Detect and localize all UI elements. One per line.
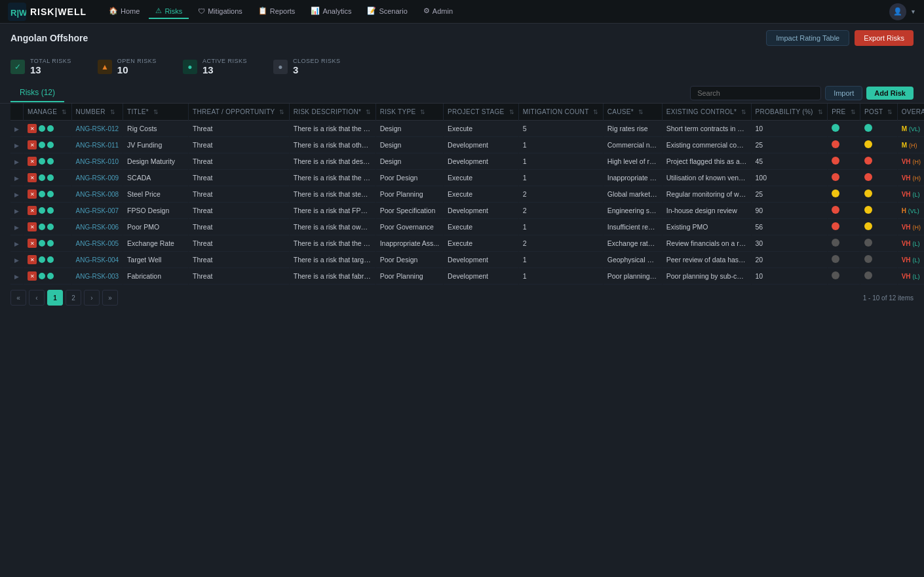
table-row[interactable]: ▶ ✕ ANG-RSK-010 Design Maturity Threat T… bbox=[10, 153, 924, 170]
col-description[interactable]: RISK DESCRIPTION* ⇅ bbox=[289, 104, 375, 121]
nav-risks[interactable]: ⚠ Risks bbox=[149, 4, 189, 19]
row-description: There is a risk that other parties in th… bbox=[289, 137, 375, 153]
col-risktype[interactable]: RISK TYPE ⇅ bbox=[375, 104, 443, 121]
import-button[interactable]: Import bbox=[825, 86, 862, 100]
row-mitcount: 5 bbox=[518, 121, 603, 137]
row-threat: Threat bbox=[189, 170, 290, 186]
row-pre bbox=[828, 121, 860, 137]
table-row[interactable]: ▶ ✕ ANG-RSK-008 Steel Price Threat There… bbox=[10, 186, 924, 203]
row-expand[interactable]: ▶ bbox=[10, 268, 24, 285]
user-avatar[interactable]: 👤 bbox=[889, 3, 906, 20]
row-manage: ✕ bbox=[24, 219, 72, 235]
row-title: Poor PMO bbox=[123, 219, 189, 235]
col-mitcount[interactable]: MITIGATION COUNT ⇅ bbox=[518, 104, 603, 121]
col-manage[interactable]: MANAGE ⇅ bbox=[24, 104, 72, 121]
table-row[interactable]: ▶ ✕ ANG-RSK-007 FPSO Design Threat There… bbox=[10, 203, 924, 219]
nav-scenario[interactable]: 📝 Scenario bbox=[360, 4, 414, 19]
col-stage[interactable]: PROJECT STAGE ⇅ bbox=[444, 104, 519, 121]
table-row[interactable]: ▶ ✕ ANG-RSK-009 SCADA Threat There is a … bbox=[10, 170, 924, 186]
row-threat: Threat bbox=[189, 252, 290, 268]
export-risks-button[interactable]: Export Risks bbox=[855, 30, 914, 46]
row-overall: VH (L) bbox=[897, 235, 924, 252]
row-overall: H (VL) bbox=[897, 203, 924, 219]
pagination: « ‹ 1 2 › » 1 - 10 of 12 items bbox=[0, 285, 924, 311]
row-post bbox=[860, 170, 897, 186]
row-description: There is a risk that design maturity at … bbox=[289, 153, 375, 170]
row-number: ANG-RSK-010 bbox=[71, 153, 123, 170]
row-title: Steel Price bbox=[123, 186, 189, 203]
row-expand[interactable]: ▶ bbox=[10, 186, 24, 203]
prev-page-button[interactable]: ‹ bbox=[29, 290, 45, 306]
col-probability[interactable]: PROBABILITY (%) ⇅ bbox=[751, 104, 828, 121]
row-cause: Global market impa bbox=[603, 186, 662, 203]
row-expand[interactable]: ▶ bbox=[10, 219, 24, 235]
row-post bbox=[860, 203, 897, 219]
admin-icon: ⚙ bbox=[423, 7, 430, 15]
last-page-button[interactable]: » bbox=[102, 290, 118, 306]
row-expand[interactable]: ▶ bbox=[10, 252, 24, 268]
nav-admin[interactable]: ⚙ Admin bbox=[417, 4, 459, 19]
table-row[interactable]: ▶ ✕ ANG-RSK-003 Fabrication Threat There… bbox=[10, 268, 924, 285]
row-probability: 25 bbox=[751, 137, 828, 153]
row-pre bbox=[828, 203, 860, 219]
open-risks-stat: ▲ OPEN RISKS 10 bbox=[98, 54, 170, 79]
tab-risks[interactable]: Risks (12) bbox=[10, 84, 64, 102]
row-expand[interactable]: ▶ bbox=[10, 121, 24, 137]
row-threat: Threat bbox=[189, 203, 290, 219]
logo[interactable]: R|W RISK|WELL bbox=[8, 3, 87, 21]
first-page-button[interactable]: « bbox=[10, 290, 26, 306]
project-title: Angolan Offshore bbox=[10, 33, 88, 43]
table-row[interactable]: ▶ ✕ ANG-RSK-011 JV Funding Threat There … bbox=[10, 137, 924, 153]
scenario-icon: 📝 bbox=[367, 7, 376, 15]
table-row[interactable]: ▶ ✕ ANG-RSK-004 Target Well Threat There… bbox=[10, 252, 924, 268]
row-cause: Commercial negot bbox=[603, 137, 662, 153]
row-cause: Insufficient resour bbox=[603, 219, 662, 235]
col-title[interactable]: TITLE* ⇅ bbox=[123, 104, 189, 121]
row-expand[interactable]: ▶ bbox=[10, 153, 24, 170]
page-2-button[interactable]: 2 bbox=[66, 290, 81, 306]
col-number[interactable]: NUMBER ⇅ bbox=[71, 104, 123, 121]
nav-home[interactable]: 🏠 Home bbox=[102, 4, 146, 19]
nav-analytics[interactable]: 📊 Analytics bbox=[304, 4, 358, 19]
table-row[interactable]: ▶ ✕ ANG-RSK-006 Poor PMO Threat There is… bbox=[10, 219, 924, 235]
row-probability: 90 bbox=[751, 203, 828, 219]
row-overall: VH (L) bbox=[897, 252, 924, 268]
row-post bbox=[860, 219, 897, 235]
row-probability: 10 bbox=[751, 268, 828, 285]
row-expand[interactable]: ▶ bbox=[10, 203, 24, 219]
mitigations-icon: 🛡 bbox=[198, 7, 205, 15]
row-number: ANG-RSK-004 bbox=[71, 252, 123, 268]
col-overall[interactable]: OVERALL ⇅ bbox=[897, 104, 924, 121]
row-manage: ✕ bbox=[24, 268, 72, 285]
page-1-button[interactable]: 1 bbox=[47, 290, 63, 306]
col-cause[interactable]: CAUSE* ⇅ bbox=[603, 104, 662, 121]
row-manage: ✕ bbox=[24, 235, 72, 252]
row-expand[interactable]: ▶ bbox=[10, 235, 24, 252]
row-post bbox=[860, 153, 897, 170]
next-page-button[interactable]: › bbox=[84, 290, 100, 306]
row-probability: 56 bbox=[751, 219, 828, 235]
impact-rating-button[interactable]: Impact Rating Table bbox=[766, 30, 849, 46]
nav-mitigations[interactable]: 🛡 Mitigations bbox=[191, 5, 249, 19]
row-control: Existing PMO bbox=[662, 219, 751, 235]
col-threat[interactable]: THREAT / OPPORTUNITY ⇅ bbox=[189, 104, 290, 121]
navbar: R|W RISK|WELL 🏠 Home ⚠ Risks 🛡 Mitigatio… bbox=[0, 0, 924, 24]
nav-reports[interactable]: 📋 Reports bbox=[252, 4, 302, 19]
table-row[interactable]: ▶ ✕ ANG-RSK-012 Rig Costs Threat There i… bbox=[10, 121, 924, 137]
row-expand[interactable]: ▶ bbox=[10, 170, 24, 186]
table-row[interactable]: ▶ ✕ ANG-RSK-005 Exchange Rate Threat The… bbox=[10, 235, 924, 252]
row-overall: M (VL) bbox=[897, 121, 924, 137]
row-post bbox=[860, 268, 897, 285]
row-pre bbox=[828, 137, 860, 153]
col-pre[interactable]: PRE ⇅ bbox=[828, 104, 860, 121]
col-post[interactable]: POST ⇅ bbox=[860, 104, 897, 121]
row-expand[interactable]: ▶ bbox=[10, 137, 24, 153]
add-risk-button[interactable]: Add Risk bbox=[866, 87, 914, 100]
col-control[interactable]: EXISTING CONTROL* ⇅ bbox=[662, 104, 751, 121]
row-description: There is a risk that owner PMO may not b… bbox=[289, 219, 375, 235]
row-number: ANG-RSK-008 bbox=[71, 186, 123, 203]
search-input[interactable] bbox=[690, 86, 821, 100]
row-risktype: Design bbox=[375, 153, 443, 170]
row-mitcount: 1 bbox=[518, 219, 603, 235]
row-pre bbox=[828, 153, 860, 170]
